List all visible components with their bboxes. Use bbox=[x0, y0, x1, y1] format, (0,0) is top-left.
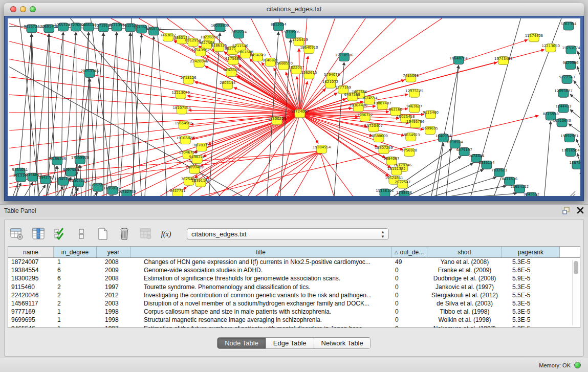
table-cell[interactable]: Tibbo et al. (1998) bbox=[427, 308, 502, 316]
graph-edge[interactable] bbox=[570, 110, 580, 118]
graph-node-yellow[interactable]: 20364436 bbox=[350, 103, 367, 112]
table-cell[interactable]: 5.5E-5 bbox=[502, 291, 560, 299]
graph-node-yellow[interactable]: 8878335 bbox=[194, 143, 210, 151]
graph-edge[interactable] bbox=[36, 185, 46, 196]
table-cell[interactable]: 9699695 bbox=[8, 316, 54, 324]
table-row[interactable]: 1830029562008Estimation of significance … bbox=[8, 274, 580, 282]
column-header-in-degree[interactable]: in_degree bbox=[54, 247, 97, 257]
table-cell[interactable]: 6 bbox=[54, 266, 97, 274]
graph-node-yellow[interactable]: 16543962 bbox=[191, 48, 209, 56]
graph-node-yellow[interactable]: 18640910 bbox=[300, 46, 318, 54]
graph-node-yellow[interactable]: 6497568 bbox=[344, 93, 360, 101]
graph-node-teal[interactable]: 5767354 bbox=[560, 22, 577, 30]
table-selector-dropdown[interactable]: citations_edges.txt▲▼ bbox=[187, 228, 389, 240]
graph-node-teal[interactable]: 16210643 bbox=[553, 119, 571, 127]
graph-edge[interactable] bbox=[574, 80, 580, 89]
select-column-icon[interactable] bbox=[31, 227, 46, 241]
column-header-name[interactable]: name bbox=[8, 247, 54, 257]
graph-edge[interactable] bbox=[9, 41, 300, 114]
table-cell[interactable]: 1998 bbox=[97, 308, 130, 316]
table-cell[interactable]: Franke et al. (2009) bbox=[427, 266, 502, 274]
graph-node-teal[interactable]: 15136141 bbox=[376, 189, 394, 196]
table-cell[interactable]: 2008 bbox=[97, 274, 130, 282]
graph-node-teal[interactable]: 8938924 bbox=[447, 140, 464, 148]
graph-node-teal[interactable]: 10654112 bbox=[511, 185, 529, 193]
table-row[interactable]: 1456911722003Disruption of a novel membe… bbox=[8, 299, 580, 308]
table-row[interactable]: 1938455462009Genome-wide association stu… bbox=[8, 266, 580, 274]
graph-node-teal[interactable]: 17359928 bbox=[71, 156, 89, 164]
table-cell[interactable]: 49 bbox=[391, 258, 427, 266]
graph-node-yellow[interactable]: 18807249 bbox=[375, 146, 393, 154]
graph-node-yellow[interactable]: 1562615 bbox=[301, 71, 317, 79]
table-cell[interactable]: 18724007 bbox=[8, 258, 54, 266]
graph-node-teal[interactable]: 12093877 bbox=[554, 89, 572, 97]
float-panel-icon[interactable] bbox=[562, 206, 571, 216]
table-cell[interactable]: Nakamura et al. (1997) bbox=[427, 324, 502, 329]
graph-edge[interactable] bbox=[578, 51, 580, 59]
table-row[interactable]: 1872400712008Changes of HCN gene express… bbox=[8, 258, 580, 266]
graph-node-teal[interactable]: 20206536 bbox=[48, 157, 66, 165]
graph-edge[interactable] bbox=[576, 139, 580, 147]
table-cell[interactable]: 5.3E-5 bbox=[502, 316, 560, 324]
graph-node-teal[interactable]: 10648784 bbox=[449, 56, 468, 64]
graph-node-yellow[interactable]: 9699695 bbox=[422, 126, 438, 135]
graph-edge[interactable] bbox=[30, 34, 32, 196]
table-cell[interactable]: Investigating the contribution of common… bbox=[130, 291, 391, 299]
import-table-icon[interactable] bbox=[139, 227, 153, 241]
table-cell[interactable]: 2003 bbox=[97, 299, 130, 308]
graph-edge[interactable] bbox=[209, 33, 220, 196]
table-cell[interactable]: 0 bbox=[391, 266, 427, 274]
graph-node-yellow[interactable]: 16391144 bbox=[191, 179, 210, 187]
table-cell[interactable]: 0 bbox=[391, 299, 427, 308]
table-cell[interactable]: Estimation of significance thresholds fo… bbox=[130, 274, 391, 282]
table-cell[interactable]: 2009 bbox=[97, 266, 130, 274]
tab-network-table[interactable]: Network Table bbox=[314, 338, 371, 348]
graph-edge[interactable] bbox=[106, 32, 117, 196]
graph-edge[interactable] bbox=[570, 94, 580, 102]
table-settings-icon[interactable] bbox=[10, 227, 24, 241]
graph-node-yellow[interactable]: 9756928 bbox=[401, 148, 417, 157]
table-cell[interactable]: 0 bbox=[391, 291, 427, 299]
graph-edge[interactable] bbox=[23, 182, 33, 196]
graph-node-teal[interactable]: 12505115 bbox=[70, 179, 88, 187]
graph-edge[interactable] bbox=[104, 195, 113, 196]
graph-edge[interactable] bbox=[577, 66, 580, 74]
graph-edge[interactable] bbox=[34, 34, 49, 196]
graph-edge[interactable] bbox=[300, 18, 335, 114]
table-cell[interactable]: Estimation of the future numbers of pati… bbox=[130, 324, 391, 329]
graph-node-teal[interactable]: 17016504 bbox=[561, 148, 580, 157]
table-row[interactable]: 969969511998Structural magnetic resonanc… bbox=[8, 316, 580, 324]
table-cell[interactable]: 0 bbox=[391, 274, 427, 282]
table-cell[interactable]: 1997 bbox=[97, 324, 130, 329]
table-cell[interactable]: 9777169 bbox=[8, 308, 54, 316]
graph-node-yellow[interactable]: 10688609 bbox=[369, 134, 387, 142]
table-row[interactable]: 911546021997Tourette syndrome. Phenomeno… bbox=[8, 283, 580, 291]
graph-node-teal[interactable]: 9227343 bbox=[559, 75, 575, 83]
table-cell[interactable]: 1998 bbox=[97, 316, 130, 324]
column-header-year[interactable]: year bbox=[97, 247, 130, 257]
table-cell[interactable]: 22420046 bbox=[8, 291, 54, 299]
table-cell[interactable]: 1997 bbox=[97, 283, 130, 291]
tab-edge-table[interactable]: Edge Table bbox=[266, 338, 314, 348]
memory-ok-icon[interactable] bbox=[574, 362, 581, 368]
table-cell[interactable]: 2008 bbox=[97, 258, 130, 266]
table-cell[interactable]: Stergiakouli et al. (2012) bbox=[427, 291, 502, 299]
graph-node-yellow[interactable]: 9463627 bbox=[406, 104, 422, 113]
graph-node-teal[interactable]: 20053346 bbox=[81, 69, 99, 77]
table-row[interactable]: 977716911998Corpus callosum shape and si… bbox=[8, 308, 580, 316]
graph-edge[interactable] bbox=[544, 121, 551, 196]
table-cell[interactable]: 5.3E-5 bbox=[502, 308, 560, 316]
table-cell[interactable]: 2 bbox=[54, 291, 97, 299]
table-cell[interactable]: Structural magnetic resonance image aver… bbox=[130, 316, 391, 324]
network-canvas[interactable]: 1872400718300295193845547463822986012489… bbox=[8, 18, 580, 196]
graph-edge[interactable] bbox=[9, 95, 300, 114]
graph-node-teal[interactable]: 9860125 bbox=[146, 27, 162, 35]
canvas-resize-grip[interactable] bbox=[569, 191, 575, 196]
column-header-out-de-[interactable]: △out_de... bbox=[391, 247, 427, 257]
table-cell[interactable]: 5.3E-5 bbox=[502, 324, 560, 329]
column-header-short[interactable]: short bbox=[427, 247, 502, 257]
table-cell[interactable]: Jankovic et al. (1997) bbox=[427, 283, 502, 291]
table-cell[interactable]: 2012 bbox=[97, 291, 130, 299]
table-cell[interactable]: 9465546 bbox=[8, 324, 54, 329]
table-cell[interactable]: 1 bbox=[54, 258, 97, 266]
